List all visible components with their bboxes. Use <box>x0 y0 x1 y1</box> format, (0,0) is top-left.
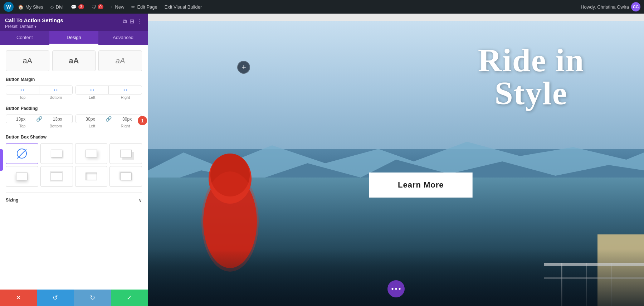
more-icon[interactable]: ⋮ <box>137 18 143 25</box>
shadow-preview-1 <box>51 150 62 157</box>
shadow-preview-5 <box>51 173 62 180</box>
margin-inputs: ⊷ ⊷ Top Bottom <box>6 86 142 100</box>
exit-builder-menu[interactable]: Exit Visual Builder <box>162 0 205 14</box>
resize-handle[interactable] <box>0 149 3 171</box>
shadow-option-3[interactable] <box>109 143 142 164</box>
margin-top-bottom: ⊷ ⊷ Top Bottom <box>6 86 73 100</box>
margin-link3-icon[interactable]: ⊷ <box>90 88 94 92</box>
divi-icon: ◇ <box>50 4 54 10</box>
panel-body: aA aA aA Button Margin ⊷ <box>0 45 148 290</box>
add-element-button[interactable]: + <box>237 61 250 74</box>
button-margin-section: Button Margin ⊷ ⊷ <box>6 77 142 100</box>
padding-top-label: Top <box>6 123 39 129</box>
panel-preset[interactable]: Preset: Default ▾ <box>5 24 63 29</box>
more-options-button[interactable]: • • • <box>387 280 405 297</box>
padding-left-label: Left <box>75 123 109 129</box>
bottom-action-bar: ✕ ↺ ↻ ✓ <box>0 290 148 306</box>
new-menu[interactable]: + New <box>108 0 127 14</box>
user-greeting: Howdy, Christina Gwira CG <box>581 2 640 11</box>
sizing-accordion-header[interactable]: Sizing ∨ <box>6 193 142 207</box>
shadow-option-1[interactable] <box>40 143 73 164</box>
wp-logo-icon[interactable]: W <box>4 2 14 12</box>
panel-header-icons: ⧉ ⊞ ⋮ <box>123 18 143 25</box>
shadow-option-2[interactable] <box>75 143 108 164</box>
expand-icon[interactable]: ⊞ <box>130 18 134 25</box>
cancel-button[interactable]: ✕ <box>0 290 37 306</box>
font-italic-text: aA <box>116 56 125 65</box>
no-shadow-icon <box>17 149 27 159</box>
padding-link2-icon[interactable]: 🔗 <box>106 116 112 122</box>
comments-menu[interactable]: 💬 3 <box>68 0 87 14</box>
chevron-down-icon: ∨ <box>138 197 142 203</box>
redo-icon: ↻ <box>90 294 95 302</box>
panel-tabs: Content Design Advanced <box>0 31 148 45</box>
margin-bottom-label: Bottom <box>39 94 72 100</box>
margin-link-icon[interactable]: ⊷ <box>20 88 24 92</box>
tab-design[interactable]: Design <box>49 31 99 45</box>
shadow-preview-2 <box>86 150 97 157</box>
padding-top-value[interactable]: 13px <box>16 117 25 122</box>
padding-left-value[interactable]: 30px <box>86 117 95 122</box>
shadow-none[interactable] <box>6 143 38 164</box>
plus-icon: + <box>111 4 113 10</box>
dots-icon2: • <box>395 285 397 293</box>
margin-top-label: Top <box>6 94 39 100</box>
sizing-label: Sizing <box>6 198 18 203</box>
shadow-option-7[interactable] <box>109 166 142 187</box>
shadow-option-6[interactable] <box>75 166 108 187</box>
divi-menu[interactable]: ◇ Divi <box>48 0 67 14</box>
save-button[interactable]: ✓ <box>111 290 148 306</box>
shadow-option-5[interactable] <box>40 166 73 187</box>
my-sites-menu[interactable]: 🏠 My Sites <box>15 0 46 14</box>
padding-link-icon[interactable]: 🔗 <box>36 116 42 122</box>
my-sites-label: My Sites <box>25 4 43 10</box>
undo-button[interactable]: ↺ <box>37 290 74 306</box>
padding-bottom-value[interactable]: 13px <box>53 117 62 122</box>
page-preview-area: Ride in Style Learn More + • • <box>148 14 644 306</box>
comment2-count: 0 <box>98 4 103 9</box>
learn-more-button[interactable]: Learn More <box>369 173 473 198</box>
preview-top-strip <box>148 14 644 21</box>
margin-bottom-cell: ⊷ <box>39 86 72 94</box>
divi-label: Divi <box>56 4 64 10</box>
edit-page-menu[interactable]: ✏ Edit Page <box>128 0 160 14</box>
margin-top-cell: ⊷ <box>6 86 39 94</box>
font-style-italic[interactable]: aA <box>98 50 142 71</box>
font-bold-text: aA <box>69 56 79 65</box>
dropdown-icon: ▾ <box>34 24 36 29</box>
howdy-text: Howdy, Christina Gwira <box>581 4 629 10</box>
redo-button[interactable]: ↻ <box>74 290 111 306</box>
undo-icon: ↺ <box>53 294 58 302</box>
cancel-icon: ✕ <box>16 294 21 302</box>
padding-right-value[interactable]: 30px <box>122 117 132 122</box>
shadow-preview-6 <box>86 173 97 180</box>
pencil-icon: ✏ <box>131 4 135 10</box>
font-style-normal[interactable]: aA <box>6 50 49 71</box>
hero-heading-text: Ride in Style <box>438 44 624 110</box>
font-style-bold[interactable]: aA <box>52 50 96 71</box>
edit-page-label: Edit Page <box>137 4 157 10</box>
margin-left-label: Left <box>75 94 109 100</box>
comments2-menu[interactable]: 🗨 0 <box>88 0 106 14</box>
copy-icon[interactable]: ⧉ <box>123 18 127 25</box>
font-normal-text: aA <box>23 56 32 65</box>
margin-right-cell: ⊷ <box>108 86 142 94</box>
padding-left-cell: 30px <box>76 115 105 123</box>
tab-content[interactable]: Content <box>0 31 49 45</box>
admin-bar: W 🏠 My Sites ◇ Divi 💬 3 🗨 0 + New ✏ Edit… <box>0 0 644 14</box>
shadow-preview-4 <box>16 173 28 180</box>
home-icon: 🏠 <box>18 4 24 10</box>
margin-link2-icon[interactable]: ⊷ <box>54 88 58 92</box>
dots-icon: • <box>391 285 394 293</box>
step-badge: 1 <box>138 116 147 125</box>
button-padding-section: Button Padding 13px 🔗 13px <box>6 106 142 129</box>
shadow-option-4[interactable] <box>6 166 38 187</box>
save-icon: ✓ <box>127 294 132 302</box>
sizing-accordion: Sizing ∨ <box>6 193 142 207</box>
margin-link4-icon[interactable]: ⊷ <box>123 88 127 92</box>
comment2-icon: 🗨 <box>91 4 96 10</box>
margin-left-cell: ⊷ <box>76 86 109 94</box>
button-padding-label: Button Padding <box>6 106 142 111</box>
hero-heading: Ride in Style <box>438 44 624 110</box>
tab-advanced[interactable]: Advanced <box>98 31 148 45</box>
